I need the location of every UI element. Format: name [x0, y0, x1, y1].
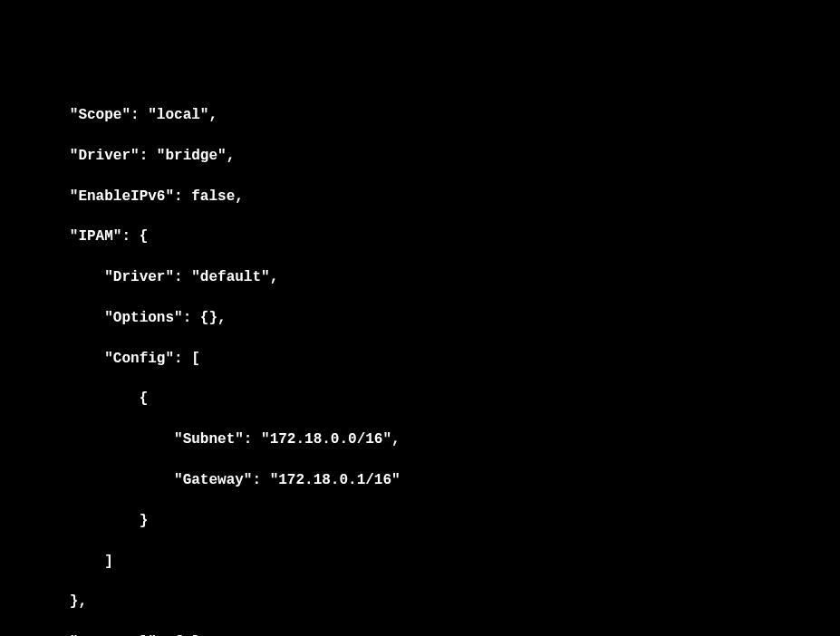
terminal-line: "EnableIPv6": false,: [0, 187, 840, 207]
terminal-line: "Gateway": "172.18.0.1/16": [0, 470, 840, 490]
terminal-line: "Scope": "local",: [0, 105, 840, 125]
terminal-line: "IPAM": {: [0, 226, 840, 246]
terminal-output: "Scope": "local", "Driver": "bridge", "E…: [0, 85, 840, 636]
terminal-line: "Subnet": "172.18.0.0/16",: [0, 429, 840, 449]
terminal-line: "Internal": false,: [0, 632, 840, 636]
terminal-line: ]: [0, 552, 840, 572]
terminal-line: "Options": {},: [0, 308, 840, 328]
terminal-line: }: [0, 511, 840, 531]
terminal-line: "Driver": "bridge",: [0, 146, 840, 166]
terminal-line: },: [0, 592, 840, 612]
terminal-line: {: [0, 389, 840, 409]
terminal-line: "Driver": "default",: [0, 267, 840, 287]
terminal-line: "Config": [: [0, 349, 840, 369]
